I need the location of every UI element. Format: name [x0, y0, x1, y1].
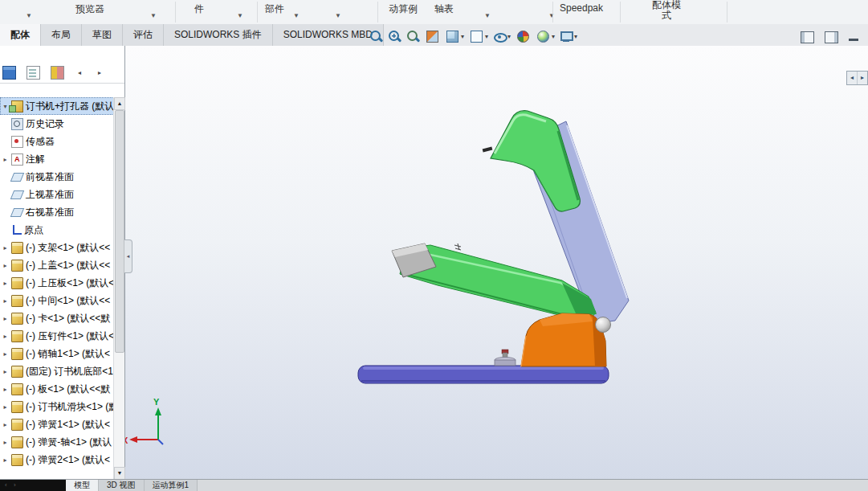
panel-collapse-handle[interactable]: ◂ [124, 239, 132, 273]
view-toolbar-button[interactable] [425, 29, 440, 44]
tree-item[interactable]: 历史记录 [0, 115, 114, 133]
view-toolbar-button[interactable]: ▾ [493, 30, 511, 43]
model-bracket[interactable] [521, 313, 606, 366]
tree-item[interactable]: ▸ (-) 弹簧1<1> (默认< [0, 415, 114, 433]
command-tab[interactable]: SOLIDWORKS 插件 [164, 24, 273, 46]
expand-arrow-icon[interactable]: ▸ [2, 262, 9, 269]
view-toolbar-button[interactable]: ▾ [560, 30, 577, 43]
tab-scroll-right-icon[interactable]: ▸ [95, 69, 104, 76]
model-fitting[interactable] [495, 350, 516, 366]
tab-scroll-left-icon[interactable]: ◂ [75, 69, 84, 76]
tree-item-label: (-) 弹簧1<1> (默认< [26, 418, 110, 432]
expand-arrow-icon[interactable]: ▸ [2, 280, 9, 287]
tree-item[interactable]: 原点 [0, 221, 114, 239]
tree-item[interactable]: 上视基准面 [0, 186, 114, 203]
ribbon-button-motion-study[interactable]: 动算例 [389, 2, 418, 16]
tree-item[interactable]: ▸ (固定) 订书机底部<1> [0, 362, 114, 380]
ribbon-button-speedpak[interactable]: Speedpak [560, 2, 603, 14]
tree-item[interactable]: ▸ (-) 弹簧2<1> (默认< [0, 451, 114, 468]
expand-arrow-icon[interactable]: ▸ [2, 403, 9, 411]
tree-item[interactable]: 右视基准面 [0, 203, 114, 221]
bottom-tab[interactable]: 3D 视图 [99, 480, 145, 491]
ribbon-button-preview[interactable]: 预览器 [75, 2, 104, 16]
expand-arrow-icon[interactable]: ▸ [2, 368, 9, 375]
dropdown-caret-icon[interactable]: ▾ [461, 33, 464, 40]
command-tab[interactable]: 评估 [123, 24, 164, 46]
view-toolbar-button[interactable] [388, 30, 401, 43]
model-base-plate[interactable] [358, 366, 609, 383]
sheet-nav-area[interactable]: ‹ › [0, 480, 66, 491]
expand-arrow-icon[interactable]: ▸ [2, 350, 9, 358]
bottom-tab[interactable]: 模型 [66, 480, 99, 491]
tree-root-item[interactable]: ▾ 订书机+打孔器 (默认<默 [0, 97, 114, 115]
expand-arrow-icon[interactable]: ▸ [2, 333, 9, 340]
view-toolbar-button[interactable]: ▾ [536, 29, 555, 44]
tree-item[interactable]: ▸ (-) 压钉件<1> (默认< [0, 327, 114, 345]
command-tab[interactable]: 配体 [0, 24, 41, 46]
dropdown-caret-icon[interactable]: ▼ [484, 12, 491, 19]
dropdown-caret-icon[interactable]: ▼ [237, 12, 243, 19]
view-toolbar-button[interactable] [369, 30, 383, 43]
tree-item[interactable]: ▸ (-) 上盖<1> (默认<< [0, 256, 114, 274]
dropdown-caret-icon[interactable]: ▼ [548, 12, 555, 19]
collapse-pane-left-icon[interactable]: ◂ [847, 72, 858, 84]
tree-scrollbar[interactable]: ▲ ▼ [113, 97, 124, 480]
view-toolbar-button[interactable]: ▾ [469, 29, 488, 44]
ribbon-button-component-a[interactable]: 件 [194, 2, 204, 16]
ribbon-button-component-b[interactable]: 部件 [265, 2, 284, 16]
expand-arrow-icon[interactable]: ▸ [2, 156, 9, 163]
featuremanager-tree-tab-icon[interactable] [2, 66, 16, 80]
tree-item[interactable]: ▸ (-) 板<1> (默认<<默 [0, 380, 114, 398]
expand-arrow-icon[interactable]: ▸ [2, 439, 9, 446]
apply-scene-icon [537, 31, 549, 43]
dropdown-caret-icon[interactable]: ▾ [507, 33, 511, 40]
bottom-tab-label: 3D 视图 [107, 481, 136, 489]
ribbon-button-bom-table[interactable]: 轴表 [434, 2, 454, 16]
expand-arrow-icon[interactable]: ▸ [2, 421, 9, 428]
model-pivot-ball[interactable] [596, 317, 611, 333]
tree-item-label: 上视基准面 [26, 188, 74, 202]
view-toolbar-button[interactable] [516, 29, 531, 44]
expand-arrow-icon[interactable]: ▸ [2, 244, 9, 252]
configurationmanager-tab-icon[interactable] [51, 66, 64, 80]
dropdown-caret-icon[interactable]: ▾ [574, 33, 577, 40]
tree-item[interactable]: ▸ (-) 订书机滑块<1> (默 [0, 398, 114, 415]
tree-item[interactable]: ▸ (-) 上压板<1> (默认< [0, 274, 114, 292]
dropdown-caret-icon[interactable]: ▾ [552, 33, 555, 40]
dropdown-caret-icon[interactable]: ▾ [485, 33, 488, 40]
scroll-down-arrow-icon[interactable]: ▼ [114, 467, 125, 480]
command-tab[interactable]: SOLIDWORKS MBD [273, 24, 384, 46]
view-toolbar-button[interactable] [406, 30, 420, 43]
collapse-arrow-icon[interactable]: ▾ [2, 103, 9, 110]
scrollbar-thumb[interactable] [115, 110, 124, 353]
tree-item[interactable]: ▸ (-) 中间<1> (默认<< [0, 292, 114, 309]
dropdown-caret-icon[interactable]: ▼ [335, 12, 341, 19]
part-icon [11, 330, 23, 342]
view-toolbar-button[interactable]: ▾ [445, 29, 464, 44]
pane-left-icon[interactable] [801, 31, 814, 43]
dropdown-caret-icon[interactable]: ▼ [150, 12, 157, 19]
tree-item[interactable]: 前视基准面 [0, 168, 114, 186]
command-tab[interactable]: 草图 [82, 24, 123, 46]
minimize-icon[interactable] [849, 39, 858, 41]
dropdown-caret-icon[interactable]: ▼ [293, 12, 300, 19]
dropdown-caret-icon[interactable]: ▼ [26, 12, 32, 19]
scroll-up-arrow-icon[interactable]: ▲ [114, 97, 125, 110]
expand-arrow-icon[interactable]: ▸ [2, 315, 9, 322]
expand-arrow-icon[interactable]: ▸ [2, 456, 9, 464]
expand-arrow-icon[interactable]: ▸ [2, 386, 9, 393]
tree-item[interactable]: 传感器 [0, 133, 114, 150]
command-tab[interactable]: 布局 [41, 24, 82, 46]
bottom-tab[interactable]: 运动算例1 [145, 480, 198, 491]
propertymanager-tab-icon[interactable] [26, 66, 40, 80]
tree-item[interactable]: ▸ (-) 卡<1> (默认<<默 [0, 309, 114, 327]
tree-item[interactable]: ▸ (-) 销轴1<1> (默认< [0, 345, 114, 362]
tree-item[interactable]: ▸ (-) 支架<1> (默认<< [0, 239, 114, 256]
expand-arrow-icon[interactable]: ▸ [2, 297, 9, 305]
pane-right-icon[interactable] [825, 31, 838, 43]
tree-item[interactable]: ▸ (-) 弹簧-轴<1> (默认 [0, 433, 114, 451]
ribbon-button-assembly-mode[interactable]: 配体模 式 [647, 0, 686, 21]
expand-pane-right-icon[interactable]: ▸ [858, 72, 867, 84]
edit-appearance-icon [517, 31, 529, 43]
tree-item[interactable]: ▸ 注解 [0, 150, 114, 168]
